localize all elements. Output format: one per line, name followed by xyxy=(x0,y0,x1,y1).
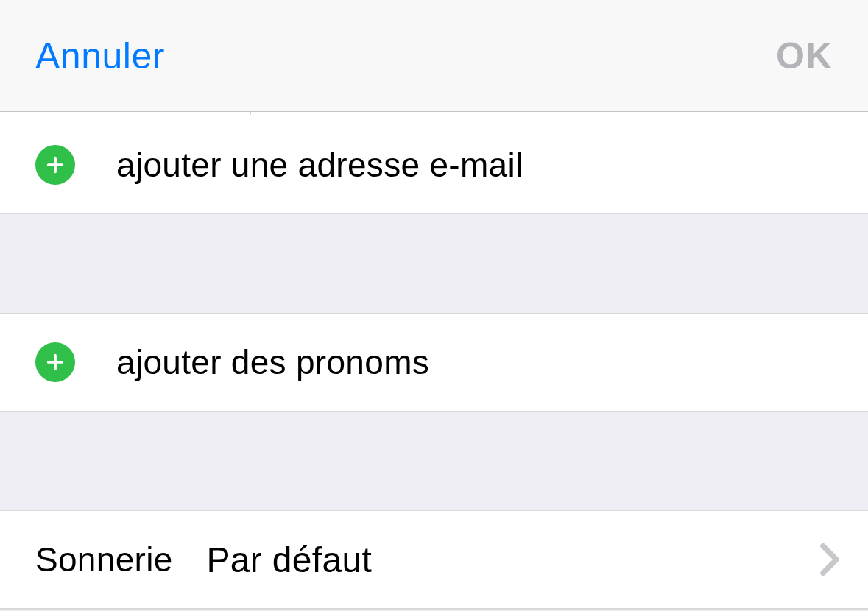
add-email-label: ajouter une adresse e-mail xyxy=(116,145,523,185)
ringtone-value: Par défaut xyxy=(207,540,372,580)
chevron-right-icon xyxy=(819,543,840,576)
plus-icon xyxy=(35,145,75,185)
add-email-row[interactable]: ajouter une adresse e-mail xyxy=(0,116,868,213)
section-spacer xyxy=(0,412,868,510)
ringtone-row[interactable]: Sonnerie Par défaut xyxy=(0,511,868,608)
pronouns-section: ajouter des pronoms xyxy=(0,313,868,412)
ok-button[interactable]: OK xyxy=(776,35,833,77)
plus-icon xyxy=(35,342,75,382)
modal-header: Annuler OK xyxy=(0,0,868,112)
ringtone-key: Sonnerie xyxy=(35,540,173,579)
email-section: ajouter une adresse e-mail xyxy=(0,116,868,214)
cancel-button[interactable]: Annuler xyxy=(35,35,165,77)
section-spacer xyxy=(0,214,868,313)
add-pronouns-row[interactable]: ajouter des pronoms xyxy=(0,314,868,411)
add-pronouns-label: ajouter des pronoms xyxy=(116,342,429,382)
ringtone-section: Sonnerie Par défaut xyxy=(0,510,868,609)
field-divider xyxy=(0,112,868,116)
